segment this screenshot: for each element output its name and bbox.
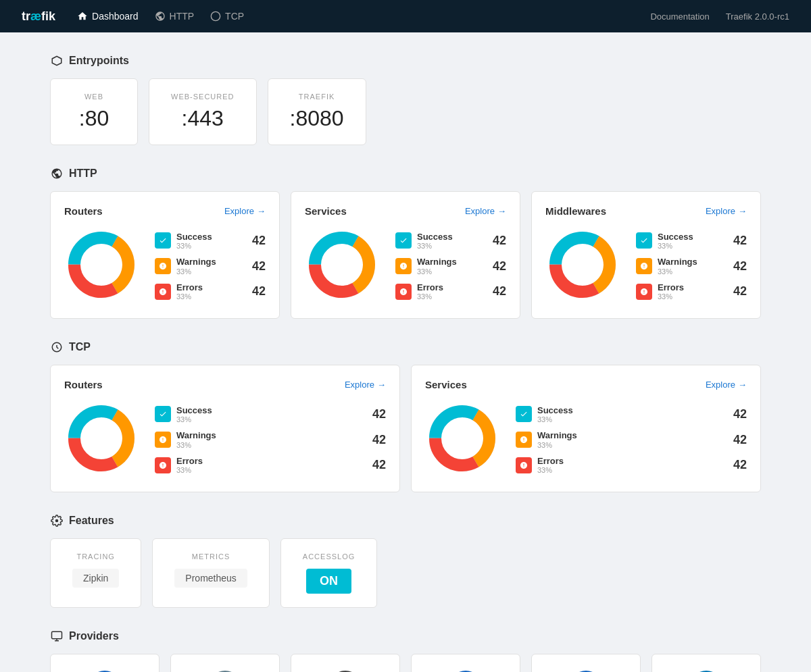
feature-metrics: METRICS Prometheus bbox=[152, 538, 269, 608]
entrypoint-web-secured-value: :443 bbox=[171, 106, 235, 131]
entrypoint-traefik-label: TRAEFIK bbox=[290, 93, 344, 101]
http-routers-header: Routers Explore → bbox=[64, 205, 266, 217]
http-services-title: Services bbox=[305, 205, 347, 217]
entrypoints-title: Entrypoints bbox=[69, 55, 129, 67]
http-middlewares-title: Middlewares bbox=[545, 205, 606, 217]
tcp-routers-card: Routers Explore → bbox=[50, 365, 400, 492]
entrypoint-traefik: TRAEFIK :8080 bbox=[268, 78, 366, 145]
entrypoint-traefik-value: :8080 bbox=[290, 106, 344, 131]
http-services-legend: Success 33% 42 Warnings 33% 42 bbox=[395, 232, 506, 301]
home-icon bbox=[77, 11, 88, 22]
tcp-title: TCP bbox=[69, 341, 91, 353]
nav-tcp-label: TCP bbox=[225, 11, 244, 22]
globe-icon bbox=[155, 11, 166, 22]
entrypoints-icon bbox=[50, 54, 64, 68]
nav-http[interactable]: HTTP bbox=[155, 11, 195, 22]
errors-icon bbox=[155, 284, 171, 300]
nav-dashboard-label: Dashboard bbox=[92, 11, 139, 22]
tcp-routers-legend: Success 33% 42 Warnings 33% 42 bbox=[155, 405, 386, 475]
features-icon bbox=[50, 514, 64, 527]
features-grid: TRACING Zipkin METRICS Prometheus ACCESS… bbox=[50, 538, 761, 608]
entrypoints-section-header: Entrypoints bbox=[50, 54, 761, 68]
tcp-icon bbox=[50, 340, 64, 354]
tcp-routers-header: Routers Explore → bbox=[64, 379, 386, 390]
features-title: Features bbox=[69, 515, 114, 527]
http-middlewares-card: Middlewares Explore → bbox=[531, 191, 761, 319]
feature-accesslog-value: ON bbox=[306, 569, 351, 594]
tcp-services-explore[interactable]: Explore → bbox=[706, 380, 747, 390]
app-logo: træfik bbox=[22, 9, 55, 24]
feature-metrics-label: METRICS bbox=[174, 552, 247, 561]
svg-point-22 bbox=[55, 519, 59, 523]
legend-errors: Errors 33% 42 bbox=[155, 282, 266, 301]
svg-point-0 bbox=[211, 11, 220, 20]
http-routers-card: Routers Explore → bbox=[50, 191, 280, 319]
main-content: Entrypoints WEB :80 WEB-SECURED :443 TRA… bbox=[34, 32, 777, 672]
feature-accesslog-label: ACCESSLOG bbox=[303, 552, 355, 561]
http-services-donut bbox=[305, 228, 379, 305]
nav-right: Documentation Traefik 2.0.0-rc1 bbox=[650, 11, 789, 22]
http-routers-explore[interactable]: Explore → bbox=[224, 206, 266, 216]
tcp-routers-explore[interactable]: Explore → bbox=[345, 380, 386, 390]
docs-link[interactable]: Documentation bbox=[650, 11, 709, 22]
providers-grid: Docker File Marathon bbox=[50, 654, 761, 672]
tcp-services-header: Services Explore → bbox=[425, 379, 747, 390]
entrypoints-grid: WEB :80 WEB-SECURED :443 TRAEFIK :8080 bbox=[50, 78, 761, 145]
feature-tracing-value: Zipkin bbox=[72, 569, 119, 588]
http-services-header: Services Explore → bbox=[305, 205, 506, 217]
tcp-services-card: Services Explore → bbox=[411, 365, 761, 492]
provider-docker: Docker bbox=[50, 654, 159, 672]
nav-dashboard[interactable]: Dashboard bbox=[77, 11, 139, 22]
feature-tracing-label: TRACING bbox=[72, 552, 119, 561]
http-routers-body: Success 33% 42 Warnings 33% 42 bbox=[64, 228, 266, 305]
entrypoint-web-secured-label: WEB-SECURED bbox=[171, 93, 235, 101]
svg-rect-23 bbox=[52, 631, 62, 639]
providers-title: Providers bbox=[69, 630, 119, 642]
legend-success: Success 33% 42 bbox=[155, 232, 266, 251]
http-middlewares-header: Middlewares Explore → bbox=[545, 205, 747, 217]
entrypoint-web-secured: WEB-SECURED :443 bbox=[149, 78, 257, 145]
legend-warnings: Warnings 33% 42 bbox=[155, 257, 266, 276]
http-middlewares-legend: Success 33% 42 Warnings 33% 42 bbox=[636, 232, 747, 301]
http-middlewares-donut bbox=[545, 228, 620, 305]
tcp-services-legend: Success 33% 42 Warnings 33% 42 bbox=[516, 405, 747, 475]
entrypoint-web-label: WEB bbox=[72, 93, 116, 101]
provider-marathon: Marathon bbox=[291, 654, 400, 672]
feature-tracing: TRACING Zipkin bbox=[50, 538, 141, 608]
success-icon bbox=[155, 232, 171, 249]
http-title: HTTP bbox=[69, 167, 97, 180]
http-services-explore[interactable]: Explore → bbox=[465, 206, 506, 216]
provider-kubernetes-crd: KubernetesCRD bbox=[531, 654, 641, 672]
navbar: træfik Dashboard HTTP TCP Documentation … bbox=[0, 0, 811, 32]
tcp-section-header: TCP bbox=[50, 340, 761, 354]
tcp-services-title: Services bbox=[425, 379, 467, 390]
http-cards-grid: Routers Explore → bbox=[50, 191, 761, 319]
http-routers-title: Routers bbox=[64, 205, 103, 217]
http-services-card: Services Explore → bbox=[291, 191, 520, 319]
http-routers-legend: Success 33% 42 Warnings 33% 42 bbox=[155, 232, 266, 301]
provider-file: File bbox=[170, 654, 280, 672]
entrypoint-web: WEB :80 bbox=[50, 78, 138, 145]
provider-kubernetes-ingress: KubernetesIngress bbox=[411, 654, 520, 672]
http-routers-donut bbox=[64, 228, 139, 305]
tcp-routers-body: Success 33% 42 Warnings 33% 42 bbox=[64, 401, 386, 478]
feature-accesslog: ACCESSLOG ON bbox=[280, 538, 377, 608]
http-services-body: Success 33% 42 Warnings 33% 42 bbox=[305, 228, 506, 305]
providers-icon bbox=[50, 629, 64, 643]
tcp-services-donut bbox=[425, 401, 499, 478]
warnings-icon bbox=[155, 258, 171, 274]
nav-links: Dashboard HTTP TCP bbox=[77, 11, 650, 22]
http-section-header: HTTP bbox=[50, 167, 761, 180]
entrypoint-web-value: :80 bbox=[72, 106, 116, 131]
tcp-routers-title: Routers bbox=[64, 379, 103, 390]
nav-tcp[interactable]: TCP bbox=[210, 11, 244, 22]
version-label: Traefik 2.0.0-rc1 bbox=[726, 11, 789, 22]
features-section-header: Features bbox=[50, 514, 761, 527]
http-icon bbox=[50, 167, 64, 180]
http-middlewares-body: Success 33% 42 Warnings 33% 42 bbox=[545, 228, 747, 305]
provider-rancher: Rancher bbox=[652, 654, 761, 672]
tcp-services-body: Success 33% 42 Warnings 33% 42 bbox=[425, 401, 747, 478]
http-middlewares-explore[interactable]: Explore → bbox=[706, 206, 747, 216]
tcp-icon bbox=[210, 11, 221, 22]
providers-section-header: Providers bbox=[50, 629, 761, 643]
